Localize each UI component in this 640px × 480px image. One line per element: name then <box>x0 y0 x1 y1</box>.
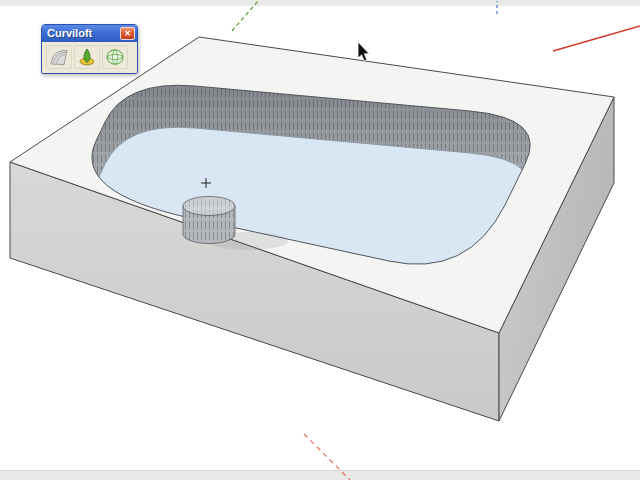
red-axis-line <box>553 26 640 51</box>
close-button[interactable]: ✕ <box>120 27 135 40</box>
wire-dome-icon <box>105 48 125 66</box>
red-axis-negative-dashed-line <box>304 434 350 480</box>
skin-cone-icon <box>77 48 97 66</box>
curviloft-tool-button-2[interactable] <box>74 45 100 69</box>
curviloft-titlebar[interactable]: Curviloft ✕ <box>42 25 137 42</box>
mouse-cursor-arrow <box>358 42 369 61</box>
curviloft-toolbar-body <box>42 42 137 73</box>
curviloft-tool-button-1[interactable] <box>46 45 72 69</box>
window-title: Curviloft <box>47 25 120 42</box>
close-icon: ✕ <box>124 29 131 38</box>
curviloft-tool-button-3[interactable] <box>102 45 128 69</box>
loft-surface-icon <box>49 48 69 66</box>
sketchup-viewport[interactable]: Curviloft ✕ <box>0 0 640 480</box>
curviloft-toolbar-window: Curviloft ✕ <box>41 24 138 74</box>
green-axis-dashed-line <box>232 1 258 31</box>
cylinder-top-hatching <box>183 197 235 216</box>
